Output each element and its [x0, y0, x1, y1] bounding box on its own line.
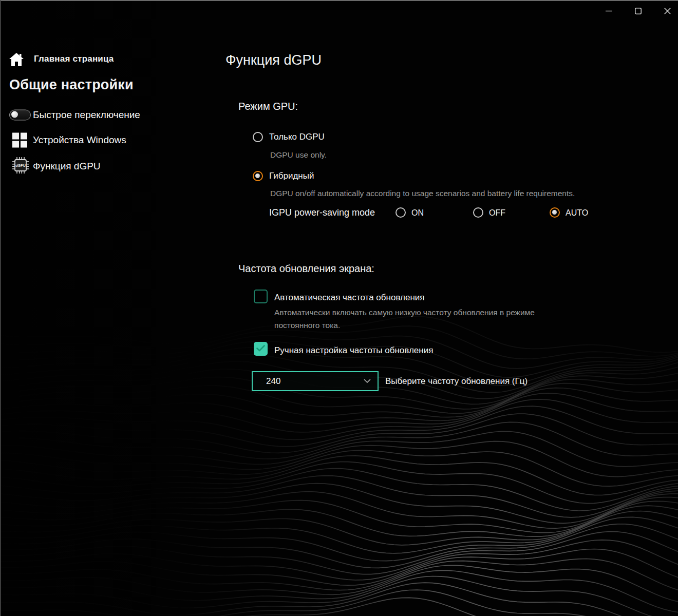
main-content: Функция dGPU Режим GPU: Только DGPU DGPU… [1, 1, 678, 616]
radio-igpu-auto[interactable] [550, 207, 560, 218]
maximize-icon [635, 8, 642, 14]
titlebar [1, 1, 678, 22]
refresh-rate-dropdown-label: Выберите частоту обновления (Гц) [385, 376, 528, 387]
radio-igpu-auto-label[interactable]: AUTO [566, 208, 588, 218]
radio-dgpu-only[interactable] [253, 132, 263, 142]
radio-igpu-off-label[interactable]: OFF [489, 208, 505, 218]
radio-hybrid-label[interactable]: Гибридный [269, 171, 314, 181]
page-title: Функция dGPU [225, 52, 322, 68]
manual-refresh-checkbox[interactable] [254, 342, 268, 356]
refresh-rate-value: 240 [253, 376, 364, 387]
refresh-rate-heading: Частота обновления экрана: [238, 263, 374, 275]
igpu-power-saving-label: IGPU power-saving mode [269, 207, 375, 218]
radio-igpu-off[interactable] [473, 207, 483, 218]
radio-igpu-on-label[interactable]: ON [411, 208, 424, 218]
refresh-rate-dropdown[interactable]: 240 [252, 371, 379, 391]
auto-refresh-label[interactable]: Автоматическая частота обновления [274, 292, 425, 303]
radio-hybrid-description: DGPU on/off automatically according to u… [270, 187, 630, 200]
maximize-button[interactable] [626, 2, 650, 20]
auto-refresh-description: Автоматически включать самую низкую част… [274, 306, 575, 332]
minimize-button[interactable] [597, 2, 620, 20]
app-window: Главная страница Общие настройки Быстрое… [0, 0, 678, 616]
check-icon [256, 344, 265, 354]
chevron-down-icon [364, 379, 371, 383]
manual-refresh-label[interactable]: Ручная настройка частоты обновления [274, 345, 433, 356]
radio-igpu-on[interactable] [396, 207, 406, 218]
radio-dgpu-only-label[interactable]: Только DGPU [269, 132, 325, 142]
auto-refresh-checkbox[interactable] [254, 290, 268, 303]
radio-hybrid[interactable] [253, 171, 263, 181]
close-icon [664, 8, 671, 14]
minimize-icon [606, 8, 612, 14]
radio-dgpu-only-description: DGPU use only. [270, 148, 327, 161]
gpu-mode-heading: Режим GPU: [238, 101, 298, 112]
close-button[interactable] [655, 2, 678, 20]
